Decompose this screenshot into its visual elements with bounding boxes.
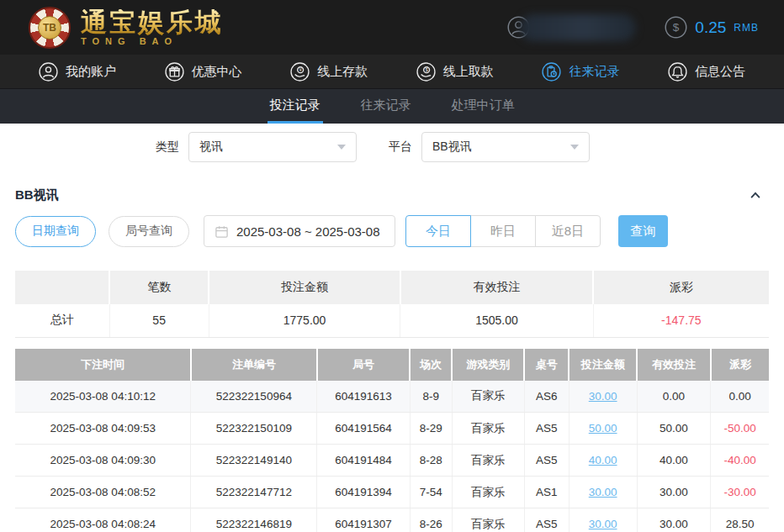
cell-session: 7-54 <box>410 477 452 508</box>
records-tab-bar: 投注记录 往来记录 处理中订单 <box>0 88 784 124</box>
nav-item-promotions[interactable]: 优惠中心 <box>165 62 242 82</box>
cell-round-id: 604191394 <box>317 477 410 508</box>
bet-amount-link[interactable]: 30.00 <box>589 518 617 530</box>
svg-text:$: $ <box>673 21 680 34</box>
chevron-down-icon <box>570 145 579 150</box>
cell-bet-amount: 30.00 <box>569 477 637 508</box>
today-button[interactable]: 今日 <box>405 215 471 247</box>
deposit-icon: ¥ <box>290 62 310 82</box>
cell-round-id: 604191613 <box>317 381 410 413</box>
nav-item-deposit[interactable]: ¥ 线上存款 <box>290 62 368 82</box>
cell-order-id: 522322149140 <box>191 445 317 477</box>
calendar-icon <box>215 224 229 239</box>
chip-monogram: TB <box>38 16 61 40</box>
yesterday-button[interactable]: 昨日 <box>470 215 536 247</box>
header-bet-amount: 投注金额 <box>569 349 637 381</box>
date-query-button[interactable]: 日期查询 <box>15 216 96 247</box>
cell-order-id: 522322146819 <box>191 508 317 532</box>
cell-round-id: 604191564 <box>317 413 410 445</box>
summary-header-valid-bet: 有效投注 <box>400 271 593 304</box>
cell-game-type: 百家乐 <box>452 413 524 445</box>
bell-icon <box>668 62 687 82</box>
cell-session: 8-28 <box>410 445 452 477</box>
table-row: 2025-03-08 04:09:30522322149140604191484… <box>15 445 769 477</box>
cell-order-id: 522322150964 <box>191 381 317 413</box>
cell-game-type: 百家乐 <box>452 477 524 508</box>
search-button[interactable]: 查询 <box>618 215 668 247</box>
type-label: 类型 <box>156 140 179 155</box>
cell-valid-bet: 40.00 <box>637 445 711 477</box>
header-session: 场次 <box>410 349 452 381</box>
type-select[interactable]: 视讯 <box>188 132 357 162</box>
date-range-value: 2025-03-08 ~ 2025-03-08 <box>236 224 380 239</box>
bet-amount-link[interactable]: 30.00 <box>589 486 617 498</box>
tab-processing-orders[interactable]: 处理中订单 <box>449 89 517 124</box>
bet-table-body: 2025-03-08 04:10:12522322150964604191613… <box>15 381 769 532</box>
collapse-section-button[interactable] <box>749 189 762 203</box>
cell-table-id: AS1 <box>524 477 569 508</box>
nav-label: 线上取款 <box>443 64 494 80</box>
summary-total-row: 总计 55 1775.00 1505.00 -147.75 <box>15 304 769 337</box>
summary-header-row: 笔数 投注金额 有效投注 派彩 <box>15 271 769 304</box>
cell-session: 8-9 <box>410 381 452 413</box>
header-payout: 派彩 <box>711 349 769 381</box>
cell-valid-bet: 30.00 <box>637 477 711 508</box>
header-table-id: 桌号 <box>524 349 569 381</box>
balance-currency: RMB <box>734 22 759 34</box>
bet-amount-link[interactable]: 30.00 <box>589 390 617 403</box>
summary-payout: -147.75 <box>593 304 769 337</box>
cell-bet-amount: 30.00 <box>569 508 637 532</box>
balance-amount: 0.25 <box>695 18 726 37</box>
cell-session: 8-26 <box>410 508 452 532</box>
nav-item-withdraw[interactable]: $ 线上取款 <box>416 62 494 82</box>
platform-label: 平台 <box>389 140 412 155</box>
tab-transaction-records[interactable]: 往来记录 <box>358 89 414 124</box>
cell-bet-time: 2025-03-08 04:09:30 <box>15 445 191 477</box>
cell-bet-amount: 40.00 <box>569 445 637 477</box>
svg-text:$: $ <box>425 67 427 72</box>
table-row: 2025-03-08 04:08:52522322147712604191394… <box>15 477 769 508</box>
summary-bet-amount: 1775.00 <box>209 304 400 337</box>
cell-valid-bet: 30.00 <box>637 508 711 532</box>
bet-amount-link[interactable]: 50.00 <box>589 422 617 435</box>
bet-amount-link[interactable]: 40.00 <box>589 454 617 466</box>
nav-item-records[interactable]: 往来记录 <box>542 62 619 82</box>
summary-count: 55 <box>109 304 209 337</box>
cell-payout: -30.00 <box>711 477 769 508</box>
cell-bet-time: 2025-03-08 04:10:12 <box>15 381 191 413</box>
cell-bet-time: 2025-03-08 04:09:53 <box>15 413 191 445</box>
summary-header-empty <box>15 271 109 304</box>
cell-order-id: 522322147712 <box>191 477 317 508</box>
nav-label: 往来记录 <box>569 64 619 80</box>
nav-item-my-account[interactable]: 我的账户 <box>39 62 116 82</box>
cell-table-id: AS5 <box>524 445 569 477</box>
platform-select[interactable]: BB视讯 <box>421 132 590 162</box>
summary-total-label: 总计 <box>15 304 109 337</box>
summary-table: 笔数 投注金额 有效投注 派彩 总计 55 1775.00 1505.00 -1… <box>15 271 769 338</box>
platform-filter-group: 平台 BB视讯 <box>389 132 590 162</box>
header-game-type: 游戏类别 <box>452 349 524 381</box>
table-row: 2025-03-08 04:09:53522322150109604191564… <box>15 413 769 445</box>
last-8-days-button[interactable]: 近8日 <box>535 215 601 247</box>
cell-session: 8-29 <box>410 413 452 445</box>
type-select-value: 视讯 <box>199 140 223 155</box>
dollar-icon: $ <box>665 16 687 39</box>
header-bet-time: 下注时间 <box>15 349 191 381</box>
table-row: 2025-03-08 04:08:24522322146819604191307… <box>15 508 769 532</box>
records-icon <box>542 62 561 82</box>
withdraw-icon: $ <box>416 62 436 82</box>
nav-item-announcements[interactable]: 信息公告 <box>668 62 745 82</box>
query-toolbar: 日期查询 局号查询 2025-03-08 ~ 2025-03-08 今日 昨日 … <box>0 212 784 259</box>
summary-table-wrap: 笔数 投注金额 有效投注 派彩 总计 55 1775.00 1505.00 -1… <box>15 271 769 338</box>
user-account-area[interactable] <box>507 14 636 41</box>
cell-payout: -50.00 <box>711 413 769 445</box>
tab-bet-records[interactable]: 投注记录 <box>268 89 323 124</box>
bet-table: 下注时间 注单编号 局号 场次 游戏类别 桌号 投注金额 有效投注 派彩 202… <box>15 349 769 532</box>
cell-valid-bet: 0.00 <box>637 381 711 413</box>
round-query-button[interactable]: 局号查询 <box>109 216 189 247</box>
bet-table-wrap: 下注时间 注单编号 局号 场次 游戏类别 桌号 投注金额 有效投注 派彩 202… <box>15 349 769 532</box>
date-range-input[interactable]: 2025-03-08 ~ 2025-03-08 <box>204 215 395 247</box>
casino-chip-icon: TB <box>29 7 71 49</box>
brand-subtitle: TONG BAO <box>81 36 224 46</box>
table-row: 2025-03-08 04:10:12522322150964604191613… <box>15 381 769 413</box>
